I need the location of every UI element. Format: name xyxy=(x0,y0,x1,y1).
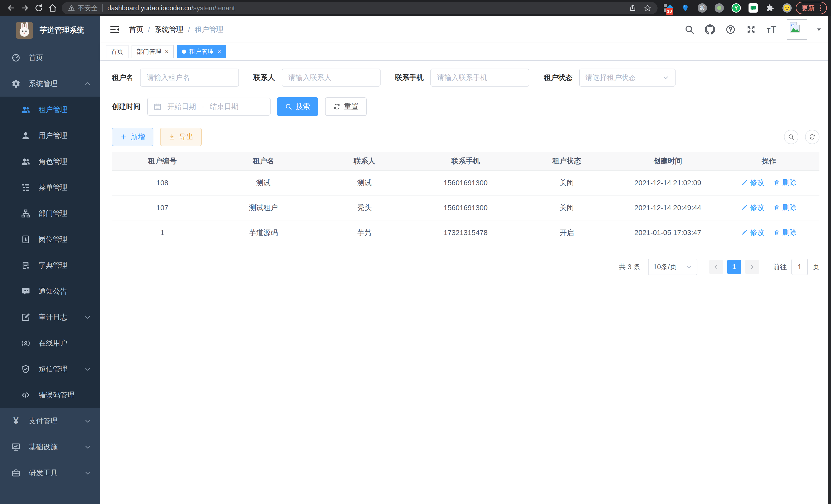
filter-form-row-1: 租户名 联系人 联系手机 租户状态 xyxy=(112,68,820,87)
sidebar-item-dev-tools[interactable]: 研发工具 xyxy=(0,460,100,486)
close-icon[interactable]: × xyxy=(218,49,221,55)
extensions-puzzle-icon[interactable] xyxy=(766,3,775,12)
help-icon[interactable] xyxy=(725,24,736,35)
extension-pin-icon[interactable] xyxy=(681,3,690,12)
extension-dot-icon[interactable] xyxy=(715,3,724,12)
user-avatar[interactable] xyxy=(787,19,807,40)
cell-contact: 测试 xyxy=(314,170,415,195)
goto-page-input[interactable] xyxy=(792,259,808,275)
tab-dept-management[interactable]: 部门管理 × xyxy=(132,45,174,58)
page-size-select[interactable]: 10条/页 xyxy=(648,259,697,275)
sidebar-item-role-management[interactable]: 角色管理 xyxy=(0,148,100,174)
table-row: 107 测试租户 秃头 15601691300 关闭 2021-12-14 20… xyxy=(112,195,820,220)
sidebar-item-infrastructure[interactable]: 基础设施 xyxy=(0,434,100,460)
filter-input[interactable] xyxy=(140,68,239,87)
menu-item-icon xyxy=(21,234,31,244)
delete-link[interactable]: 删除 xyxy=(773,203,797,212)
browser-back-icon[interactable] xyxy=(4,1,18,15)
browser-home-icon[interactable] xyxy=(46,1,60,15)
add-button[interactable]: 新增 xyxy=(112,128,153,146)
extension-grid-icon[interactable]: 10 xyxy=(664,3,673,12)
sidebar-item-dept-management[interactable]: 部门管理 xyxy=(0,200,100,226)
tab-tenant-management[interactable]: 租户管理 × xyxy=(177,45,226,58)
sidebar-logo[interactable]: 芋道管理系统 xyxy=(0,16,100,45)
extension-command-icon[interactable]: ⌘ xyxy=(698,3,707,12)
sidebar-item-payment-management[interactable]: ¥ 支付管理 xyxy=(0,408,100,434)
sidebar-item-system-management[interactable]: 系统管理 xyxy=(0,71,100,97)
cell-created: 2021-12-14 21:02:09 xyxy=(617,170,718,195)
browser-forward-icon[interactable] xyxy=(18,1,32,15)
edit-link[interactable]: 修改 xyxy=(741,178,764,187)
menu-item-icon xyxy=(11,468,21,478)
profile-avatar-icon[interactable] xyxy=(782,3,792,12)
table-header-cell: 租户名 xyxy=(213,152,314,170)
breadcrumb-tenant[interactable]: 租户管理 xyxy=(195,25,224,34)
sidebar-item-online-users[interactable]: 在线用户 xyxy=(0,330,100,356)
github-icon[interactable] xyxy=(705,24,715,35)
toggle-search-button[interactable] xyxy=(784,130,798,144)
sidebar-item-sms-management[interactable]: 短信管理 xyxy=(0,356,100,382)
reset-button[interactable]: 重置 xyxy=(325,97,367,116)
extension-chat-icon[interactable] xyxy=(748,3,758,12)
menu-item-icon xyxy=(21,364,31,374)
close-icon[interactable]: × xyxy=(165,49,169,55)
address-bar[interactable]: 不安全 dashboard.yudao.iocoder.cn/system/te… xyxy=(62,2,658,14)
prev-page-button[interactable] xyxy=(709,260,723,274)
page-scrollbar[interactable] xyxy=(828,16,831,504)
export-button[interactable]: 导出 xyxy=(160,128,202,146)
sidebar-item-audit-log[interactable]: 审计日志 xyxy=(0,304,100,330)
edit-link[interactable]: 修改 xyxy=(741,203,764,212)
security-label[interactable]: 不安全 xyxy=(78,4,98,12)
cell-created: 2021-12-14 20:49:44 xyxy=(617,195,718,220)
breadcrumb-home[interactable]: 首页 / xyxy=(129,25,155,34)
delete-link[interactable]: 删除 xyxy=(773,178,797,187)
cell-tenant-name: 芋道源码 xyxy=(213,220,314,245)
chevron-left-icon xyxy=(713,264,719,270)
sidebar-item-tenant-management[interactable]: 租户管理 xyxy=(0,97,100,122)
breadcrumb-system[interactable]: 系统管理 / xyxy=(155,25,195,34)
tenant-table: 租户编号租户名联系人联系手机租户状态创建时间操作 108 测试 测试 15601… xyxy=(112,152,820,245)
next-page-button[interactable] xyxy=(745,260,759,274)
sidebar-item-error-code-management[interactable]: 错误码管理 xyxy=(0,382,100,408)
field-label: 联系人 xyxy=(253,73,275,83)
pencil-icon xyxy=(741,204,748,211)
filter-select[interactable]: 请选择租户状态 xyxy=(579,68,676,87)
date-separator: - xyxy=(202,102,204,111)
bookmark-star-icon[interactable] xyxy=(644,4,651,12)
share-icon[interactable] xyxy=(629,4,636,12)
sidebar-item-post-management[interactable]: 岗位管理 xyxy=(0,226,100,252)
chevron-right-icon xyxy=(749,264,755,270)
sidebar-item-home[interactable]: 首页 xyxy=(0,45,100,71)
font-size-icon[interactable]: TT xyxy=(766,24,777,35)
cell-actions: 修改 删除 xyxy=(718,195,820,220)
start-date-placeholder[interactable]: 开始日期 xyxy=(167,102,196,112)
browser-reload-icon[interactable] xyxy=(32,1,46,15)
fullscreen-icon[interactable] xyxy=(746,24,756,35)
sidebar-item-menu-management[interactable]: 菜单管理 xyxy=(0,174,100,200)
date-range-picker[interactable]: 开始日期 - 结束日期 xyxy=(147,98,270,116)
end-date-placeholder[interactable]: 结束日期 xyxy=(210,102,238,112)
search-icon[interactable] xyxy=(684,24,695,35)
search-button[interactable]: 搜索 xyxy=(277,97,318,116)
edit-link[interactable]: 修改 xyxy=(741,228,764,237)
refresh-icon xyxy=(809,134,815,140)
collapse-sidebar-icon[interactable] xyxy=(109,24,120,35)
filter-input[interactable] xyxy=(430,68,529,87)
page-content: 租户名 联系人 联系手机 租户状态 xyxy=(100,61,831,504)
page-number-button[interactable]: 1 xyxy=(727,260,741,274)
sidebar-item-user-management[interactable]: 用户管理 xyxy=(0,122,100,148)
tab-home[interactable]: 首页 xyxy=(106,45,128,58)
chrome-update-button[interactable]: 更新 xyxy=(796,2,827,14)
filter-input[interactable] xyxy=(282,68,380,87)
browser-menu-icon[interactable] xyxy=(819,5,823,11)
field-label: 联系手机 xyxy=(395,73,424,83)
avatar-caret-down-icon[interactable] xyxy=(815,26,822,33)
url-path[interactable]: /system/tenant xyxy=(192,4,235,12)
url-host[interactable]: dashboard.yudao.iocoder.cn xyxy=(107,4,192,12)
sidebar-item-notice[interactable]: 通知公告 xyxy=(0,278,100,304)
sidebar-item-dict-management[interactable]: 字典管理 xyxy=(0,252,100,278)
refresh-table-button[interactable] xyxy=(805,130,820,144)
delete-link[interactable]: 删除 xyxy=(773,228,797,237)
extension-y-icon[interactable] xyxy=(732,3,741,12)
field-label: 租户名 xyxy=(112,73,133,83)
